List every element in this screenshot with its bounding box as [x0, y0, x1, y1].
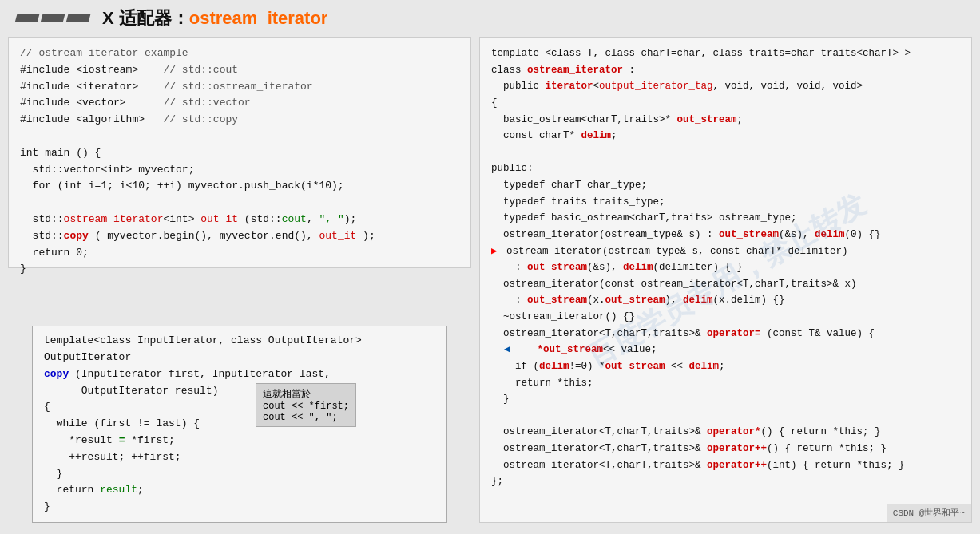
icon-bar-3: [66, 14, 91, 22]
popup-line-2: OutputIterator: [44, 350, 435, 366]
left-code-box: // ostream_iterator example #include <io…: [8, 37, 471, 268]
popup-line-5: {: [44, 399, 435, 416]
rcode-blank1: [491, 144, 960, 161]
footer-watermark: CSDN @世界和平~: [887, 504, 971, 522]
tooltip-line-1: 這就相當於: [263, 387, 349, 401]
right-panel: 百度学员专用，禁止转发 template <class T, class cha…: [479, 37, 972, 523]
left-panel: // ostream_iterator example #include <io…: [8, 37, 471, 523]
rcode-brace-open: {: [491, 95, 960, 112]
code-line-1: // ostream_iterator example: [20, 45, 459, 62]
rcode-dtor: ~ostream_iterator() {}: [491, 309, 960, 326]
main-content: // ostream_iterator example #include <io…: [0, 37, 980, 527]
header-icons: [16, 14, 89, 22]
code-line-2: #include <iostream> // std::cout: [20, 62, 459, 79]
rcode-typedef3: typedef basic_ostream<charT,traits> ostr…: [491, 210, 960, 227]
code-line-blank1: [20, 129, 459, 145]
rcode-brace-close: };: [491, 473, 960, 490]
popup-line-8: ++result; ++first;: [44, 449, 435, 466]
code-line-7: std::vector<int> myvector;: [20, 162, 459, 179]
rcode-opbody1: ◀ *out_stream << value;: [491, 342, 960, 358]
popup-line-1: template<class InputIterator, class Outp…: [44, 333, 435, 350]
rcode-opderef: ostream_iterator<T,charT,traits>& operat…: [491, 424, 960, 441]
header: X 适配器：ostream_iterator: [0, 0, 980, 37]
popup-line-9: }: [44, 466, 435, 483]
code-line-6: int main () {: [20, 145, 459, 162]
code-line-12: }: [20, 261, 459, 278]
rcode-public-inherit: public iterator<output_iterator_tag, voi…: [491, 78, 960, 95]
icon-bar-1: [15, 14, 40, 22]
popup-line-7: *result = *first;: [44, 433, 435, 449]
popup-line-4: OutputIterator result): [44, 383, 435, 400]
code-line-blank2: [20, 195, 459, 212]
rcode-blank2: [491, 408, 960, 425]
rcode-oppreinc: ostream_iterator<T,charT,traits>& operat…: [491, 441, 960, 457]
icon-bar-2: [41, 14, 65, 22]
code-line-5: #include <algorithm> // std::copy: [20, 112, 459, 129]
rcode-member2: const charT* delim;: [491, 128, 960, 144]
code-line-10: std::copy ( myvector.begin(), myvector.e…: [20, 228, 459, 245]
rcode-opassign: ostream_iterator<T,charT,traits>& operat…: [491, 326, 960, 342]
code-line-11: return 0;: [20, 245, 459, 262]
code-line-4: #include <vector> // std::vector: [20, 95, 459, 112]
code-line-9: std::ostream_iterator<int> out_it (std::…: [20, 212, 459, 228]
tooltip-line-2: cout << *first;: [263, 401, 349, 412]
rcode-ctor2: ▶ ostream_iterator(ostream_type& s, cons…: [491, 243, 960, 260]
code-line-3: #include <iterator> // std::ostream_iter…: [20, 79, 459, 96]
rcode-template: template <class T, class charT=char, cla…: [491, 45, 960, 62]
rcode-opbody2: if (delim!=0) *out_stream << delim;: [491, 358, 960, 375]
rcode-public: public:: [491, 160, 960, 177]
rcode-ctor2b: : out_stream(&s), delim(delimiter) { }: [491, 259, 960, 276]
tooltip-box: 這就相當於 cout << *first; cout << ", ";: [256, 383, 356, 427]
popup-code-box: template<class InputIterator, class Outp…: [32, 326, 447, 523]
rcode-oppostinc: ostream_iterator<T,charT,traits>& operat…: [491, 457, 960, 474]
title-highlight: ostream_iterator: [189, 8, 328, 28]
rcode-ctor3b: : out_stream(x.out_stream), delim(x.deli…: [491, 292, 960, 309]
rcode-class: class ostream_iterator :: [491, 62, 960, 79]
popup-line-6: while (first != last) {: [44, 416, 435, 433]
popup-line-3: copy (InputIterator first, InputIterator…: [44, 366, 435, 383]
popup-line-11: }: [44, 499, 435, 516]
rcode-ctor1: ostream_iterator(ostream_type& s) : out_…: [491, 227, 960, 243]
rcode-ctor3: ostream_iterator(const ostream_iterator<…: [491, 276, 960, 293]
rcode-opclose: }: [491, 391, 960, 408]
rcode-opbody3: return *this;: [491, 375, 960, 392]
rcode-typedef2: typedef traits traits_type;: [491, 194, 960, 211]
rcode-member1: basic_ostream<charT,traits>* out_stream;: [491, 112, 960, 129]
rcode-typedef1: typedef charT char_type;: [491, 177, 960, 194]
tooltip-line-3: cout << ", ";: [263, 412, 349, 423]
code-line-8: for (int i=1; i<10; ++i) myvector.push_b…: [20, 178, 459, 195]
popup-line-10: return result;: [44, 482, 435, 499]
page-title: X 适配器：ostream_iterator: [102, 6, 327, 30]
